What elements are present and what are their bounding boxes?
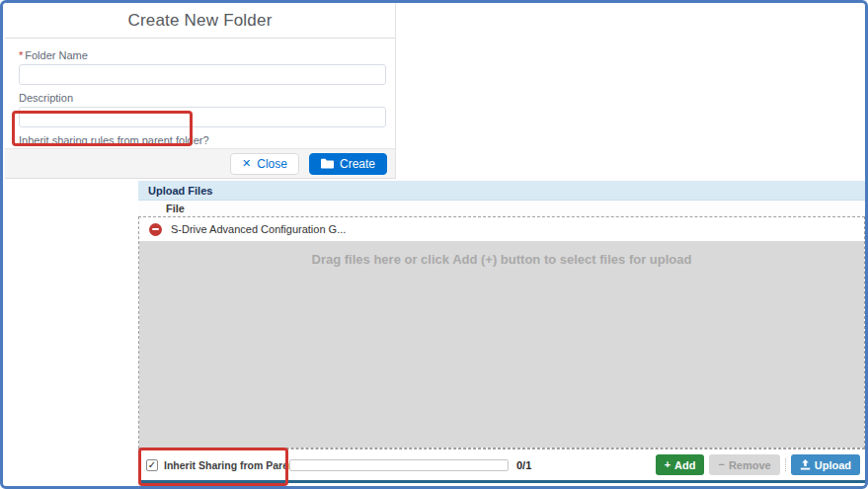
button-separator bbox=[785, 458, 786, 471]
file-row: S-Drive Advanced Configuration G... bbox=[139, 217, 864, 241]
create-button-label: Create bbox=[340, 157, 375, 171]
file-name: S-Drive Advanced Configuration G... bbox=[171, 223, 346, 235]
dialog-footer: ✕ Close Create bbox=[5, 148, 395, 178]
minus-bar bbox=[152, 228, 159, 230]
folder-name-input[interactable] bbox=[19, 64, 386, 85]
screenshot-root: { "colors": { "frame-blue": "#4b7bbe", "… bbox=[0, 0, 868, 489]
required-asterisk: * bbox=[19, 49, 23, 61]
close-icon: ✕ bbox=[242, 157, 251, 170]
remove-button-label: Remove bbox=[729, 459, 771, 471]
description-input[interactable] bbox=[19, 107, 386, 127]
upload-icon bbox=[800, 459, 811, 470]
dialog-title: Create New Folder bbox=[127, 11, 272, 31]
dropzone-hint-text: Drag files here or click Add (+) button … bbox=[312, 252, 692, 267]
folder-name-label-text: Folder Name bbox=[25, 49, 88, 61]
inherit-sharing-from-parent-checkbox[interactable]: ✓ bbox=[146, 459, 158, 471]
dialog-body: *Folder Name Description Inherit sharing… bbox=[5, 39, 395, 162]
dropzone[interactable]: Drag files here or click Add (+) button … bbox=[139, 241, 864, 448]
file-column-header: File bbox=[138, 201, 865, 216]
folder-name-field: *Folder Name bbox=[19, 49, 387, 85]
remove-file-icon[interactable] bbox=[149, 223, 162, 236]
upload-button-label: Upload bbox=[815, 459, 851, 471]
create-new-folder-dialog: Create New Folder *Folder Name Descripti… bbox=[5, 3, 396, 179]
close-button[interactable]: ✕ Close bbox=[230, 153, 299, 175]
upload-progress-count: 0/1 bbox=[516, 459, 531, 471]
minus-icon: − bbox=[718, 459, 724, 470]
remove-button[interactable]: − Remove bbox=[709, 454, 779, 475]
close-button-label: Close bbox=[257, 157, 287, 171]
folder-name-label: *Folder Name bbox=[19, 49, 387, 61]
description-label: Description bbox=[19, 92, 387, 104]
upload-dropzone-container: S-Drive Advanced Configuration G... Drag… bbox=[138, 216, 865, 448]
upload-button[interactable]: Upload bbox=[791, 454, 860, 475]
inherit-sharing-group: ✓ Inherit Sharing from Parent Folder bbox=[146, 459, 289, 471]
upload-bottom-bar: ✓ Inherit Sharing from Parent Folder 0/1… bbox=[138, 448, 865, 480]
create-button[interactable]: Create bbox=[309, 153, 387, 175]
check-icon: ✓ bbox=[148, 460, 156, 470]
description-field: Description bbox=[19, 92, 387, 127]
add-button[interactable]: + Add bbox=[656, 454, 705, 475]
upload-progress-bar bbox=[289, 459, 509, 471]
dialog-header: Create New Folder bbox=[5, 3, 395, 39]
inherit-sharing-label: Inherit sharing rules from parent folder… bbox=[19, 134, 387, 146]
add-button-label: Add bbox=[674, 459, 695, 471]
upload-panel-title: Upload Files bbox=[138, 181, 865, 201]
plus-icon: + bbox=[665, 459, 671, 470]
folder-icon bbox=[321, 158, 334, 169]
upload-files-panel: Upload Files File S-Drive Advanced Confi… bbox=[138, 181, 865, 483]
